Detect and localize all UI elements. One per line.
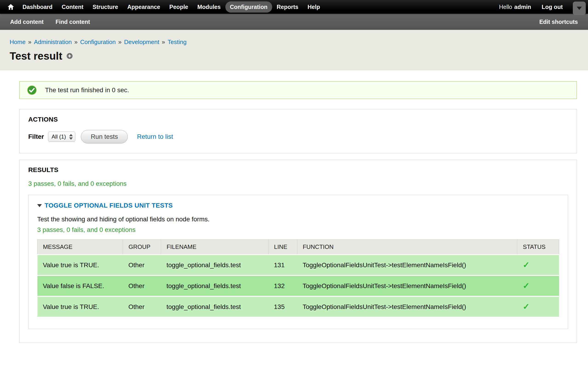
column-header-function: FUNCTION [297, 240, 517, 255]
menu-item-configuration[interactable]: Configuration [225, 1, 272, 13]
menu-item-people[interactable]: People [165, 1, 193, 13]
menu-item-label[interactable]: Appearance [123, 1, 165, 13]
toolbar-user-area: Helloadmin Log out [499, 4, 563, 10]
column-header-line: LINE [268, 240, 297, 255]
test-group-title[interactable]: TOGGLE OPTIONAL FIELDS UNIT TESTS [44, 202, 173, 209]
return-to-list-link[interactable]: Return to list [137, 133, 173, 140]
add-shortcut-icon[interactable] [66, 53, 73, 59]
results-summary: 3 passes, 0 fails, and 0 exceptions [28, 180, 568, 187]
username-link[interactable]: admin [514, 4, 531, 10]
user-greeting: Helloadmin [499, 4, 531, 10]
title-row: Test result [10, 50, 577, 62]
run-tests-button[interactable]: Run tests [81, 130, 128, 143]
results-panel: RESULTS 3 passes, 0 fails, and 0 excepti… [19, 160, 577, 343]
breadcrumb-separator: » [118, 39, 121, 45]
results-legend: RESULTS [28, 166, 568, 174]
menu-item-content[interactable]: Content [57, 1, 88, 13]
status-ok-icon [27, 85, 37, 95]
pass-check-icon: ✓ [523, 260, 530, 269]
admin-toolbar: Dashboard Content Structure Appearance P… [0, 0, 588, 14]
menu-item-modules[interactable]: Modules [193, 1, 225, 13]
pass-check-icon: ✓ [523, 281, 530, 290]
cell-message: Value true is TRUE. [37, 296, 123, 317]
breadcrumb-separator: » [28, 39, 31, 45]
table-row: Value true is TRUE. Other toggle_optiona… [37, 296, 559, 317]
menu-item-help[interactable]: Help [303, 1, 325, 13]
menu-item-label[interactable]: Help [303, 1, 325, 13]
test-group-description: Test the showing and hiding of optional … [37, 216, 559, 223]
toolbar-menu: Dashboard Content Structure Appearance P… [18, 1, 325, 13]
cell-message: Value false is FALSE. [37, 275, 123, 296]
cell-group: Other [123, 275, 161, 296]
cell-message: Value true is TRUE. [37, 255, 123, 275]
table-row: Value false is FALSE. Other toggle_optio… [37, 275, 559, 296]
actions-legend: ACTIONS [28, 116, 568, 123]
cell-group: Other [123, 296, 161, 317]
cell-group: Other [123, 255, 161, 275]
cell-filename: toggle_optional_fields.test [161, 296, 268, 317]
logout-link[interactable]: Log out [542, 4, 563, 10]
collapse-arrow-icon [37, 204, 42, 207]
status-message: The test run finished in 0 sec. [19, 81, 577, 99]
menu-item-label[interactable]: Configuration [225, 1, 272, 13]
greeting-prefix: Hello [499, 4, 512, 10]
chevron-down-icon [577, 7, 582, 10]
drupal-admin-page: Dashboard Content Structure Appearance P… [0, 0, 588, 367]
status-message-text: The test run finished in 0 sec. [45, 86, 129, 94]
filter-select-value: All (1) [52, 133, 66, 140]
edit-shortcuts-link[interactable]: Edit shortcuts [539, 19, 578, 25]
menu-item-label[interactable]: Dashboard [18, 1, 57, 13]
cell-function: ToggleOptionalFieldsUnitTest->testElemen… [297, 255, 517, 275]
actions-panel: ACTIONS Filter All (1) Run tests Return … [19, 109, 577, 153]
test-group-legend[interactable]: TOGGLE OPTIONAL FIELDS UNIT TESTS [37, 202, 559, 209]
shortcut-bar: Add content Find content Edit shortcuts [0, 14, 588, 30]
toolbar-toggle-button[interactable] [573, 2, 586, 15]
breadcrumb-separator: » [74, 39, 78, 45]
cell-status: ✓ [517, 296, 559, 317]
filter-select[interactable]: All (1) [48, 132, 75, 142]
breadcrumb-link-home[interactable]: Home [10, 39, 26, 45]
test-group-summary: 3 passes, 0 fails, and 0 exceptions [37, 226, 559, 234]
shortcut-add-content[interactable]: Add content [10, 19, 44, 25]
menu-item-reports[interactable]: Reports [272, 1, 303, 13]
home-icon[interactable] [6, 4, 18, 10]
test-group-fieldset: TOGGLE OPTIONAL FIELDS UNIT TESTS Test t… [28, 195, 568, 329]
shortcut-find-content[interactable]: Find content [56, 19, 90, 25]
breadcrumb-separator: » [162, 39, 165, 45]
page-header-region: Home»Administration»Configuration»Develo… [0, 30, 588, 70]
page-title: Test result [10, 50, 62, 62]
cell-line: 132 [268, 275, 297, 296]
column-header-status: STATUS [517, 240, 559, 255]
breadcrumb-link-development[interactable]: Development [124, 39, 159, 45]
cell-function: ToggleOptionalFieldsUnitTest->testElemen… [297, 275, 517, 296]
actions-controls: Filter All (1) Run tests Return to list [28, 130, 568, 143]
table-header-row: MESSAGE GROUP FILENAME LINE FUNCTION STA… [37, 240, 559, 255]
menu-item-structure[interactable]: Structure [88, 1, 123, 13]
menu-item-label[interactable]: People [165, 1, 193, 13]
cell-line: 131 [268, 255, 297, 275]
pass-check-icon: ✓ [523, 302, 530, 311]
menu-item-dashboard[interactable]: Dashboard [18, 1, 57, 13]
filter-label: Filter [28, 133, 44, 140]
main-content: The test run finished in 0 sec. ACTIONS … [0, 70, 588, 343]
menu-item-appearance[interactable]: Appearance [123, 1, 165, 13]
cell-status: ✓ [517, 255, 559, 275]
cell-status: ✓ [517, 275, 559, 296]
cell-line: 135 [268, 296, 297, 317]
menu-item-label[interactable]: Content [57, 1, 88, 13]
breadcrumb: Home»Administration»Configuration»Develo… [10, 39, 577, 46]
menu-item-label[interactable]: Reports [272, 1, 303, 13]
breadcrumb-link-testing[interactable]: Testing [168, 39, 187, 45]
cell-function: ToggleOptionalFieldsUnitTest->testElemen… [297, 296, 517, 317]
menu-item-label[interactable]: Modules [193, 1, 225, 13]
cell-filename: toggle_optional_fields.test [161, 255, 268, 275]
breadcrumb-link-configuration[interactable]: Configuration [80, 39, 116, 45]
column-header-filename: FILENAME [161, 240, 268, 255]
cell-filename: toggle_optional_fields.test [161, 275, 268, 296]
breadcrumb-link-administration[interactable]: Administration [34, 39, 72, 45]
select-arrows-icon [69, 134, 73, 140]
table-row: Value true is TRUE. Other toggle_optiona… [37, 255, 559, 275]
results-table: MESSAGE GROUP FILENAME LINE FUNCTION STA… [37, 240, 559, 317]
menu-item-label[interactable]: Structure [88, 1, 123, 13]
column-header-message: MESSAGE [37, 240, 123, 255]
